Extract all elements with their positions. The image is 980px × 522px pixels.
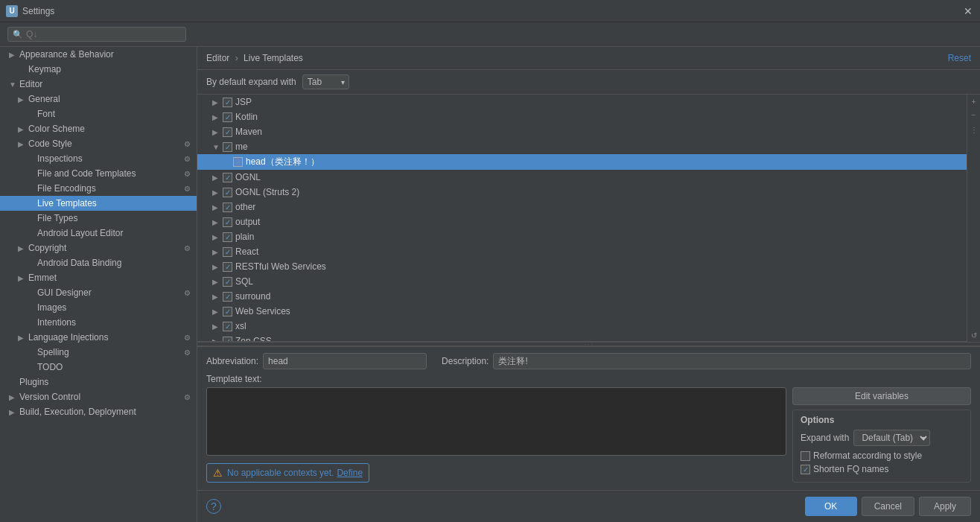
ok-button[interactable]: OK (805, 497, 857, 516)
group-checkbox-jsp[interactable] (223, 98, 232, 107)
sidebar-item-editor[interactable]: ▼ Editor (0, 77, 197, 92)
sidebar-item-code-style[interactable]: ▶ Code Style ⚙ (0, 136, 197, 151)
template-list: ▶ JSP ▶ Kotlin ▶ Maven (197, 95, 967, 342)
template-group-ognl[interactable]: ▶ OGNL (197, 170, 967, 185)
undo-button[interactable]: ↺ (967, 328, 981, 342)
group-label: SQL (235, 276, 253, 287)
sidebar-item-label: File and Code Templates (37, 168, 136, 179)
sidebar-item-file-types[interactable]: File Types (0, 211, 197, 226)
sidebar-item-label: Editor (19, 79, 42, 89)
sidebar-item-file-encodings[interactable]: File Encodings ⚙ (0, 181, 197, 196)
template-group-maven[interactable]: ▶ Maven (197, 124, 967, 139)
scroll-down-button[interactable]: − (967, 108, 981, 121)
description-input[interactable] (493, 353, 971, 369)
warning-define-link[interactable]: Define (337, 468, 363, 478)
group-checkbox-output[interactable] (223, 217, 232, 227)
sidebar-item-label: Intentions (37, 317, 76, 328)
sidebar-item-intentions[interactable]: Intentions (0, 315, 197, 330)
sidebar-item-spelling[interactable]: Spelling ⚙ (0, 345, 197, 360)
group-checkbox-surround[interactable] (223, 292, 232, 302)
group-checkbox-other[interactable] (223, 203, 232, 212)
template-item-head[interactable]: head（类注释！） (197, 154, 967, 170)
group-checkbox-me[interactable] (223, 142, 232, 152)
sidebar-item-emmet[interactable]: ▶ Emmet (0, 270, 197, 285)
sidebar-item-keymap[interactable]: Keymap (0, 62, 197, 77)
template-group-sql[interactable]: ▶ SQL (197, 274, 967, 289)
expand-with-select-wrapper: Default (Tab) Tab Enter Space (853, 430, 930, 446)
group-checkbox-zen-css[interactable] (223, 337, 232, 343)
template-group-zen-css[interactable]: ▶ Zen CSS (197, 334, 967, 342)
sidebar-item-android-data[interactable]: Android Data Binding (0, 255, 197, 270)
close-button[interactable]: ✕ (962, 5, 974, 17)
settings-icon: ⚙ (184, 289, 191, 297)
template-group-react[interactable]: ▶ React (197, 244, 967, 259)
group-checkbox-ognl[interactable] (223, 173, 232, 182)
expand-option-row: Expand with Default (Tab) Tab Enter Spac… (801, 430, 963, 446)
template-group-kotlin[interactable]: ▶ Kotlin (197, 109, 967, 124)
scroll-up-button[interactable]: + (967, 95, 981, 108)
abbreviation-input[interactable] (263, 353, 427, 369)
item-checkbox-head[interactable] (233, 157, 243, 167)
template-group-other[interactable]: ▶ other (197, 200, 967, 214)
arrow-icon: ▶ (212, 293, 223, 301)
sidebar-item-images[interactable]: Images (0, 300, 197, 315)
template-editor[interactable] (206, 387, 786, 456)
search-box[interactable]: 🔍 (7, 27, 186, 42)
sidebar-item-appearance[interactable]: ▶ Appearance & Behavior (0, 47, 197, 62)
template-group-plain[interactable]: ▶ plain (197, 229, 967, 244)
search-input[interactable] (26, 29, 175, 39)
sidebar-item-live-templates[interactable]: Live Templates (0, 196, 197, 211)
group-checkbox-web-services[interactable] (223, 307, 232, 316)
sidebar-item-file-code-templates[interactable]: File and Code Templates ⚙ (0, 166, 197, 181)
sidebar-item-color-scheme[interactable]: ▶ Color Scheme (0, 121, 197, 136)
cancel-button[interactable]: Cancel (862, 497, 914, 516)
template-group-jsp[interactable]: ▶ JSP (197, 95, 967, 109)
group-checkbox-restful[interactable] (223, 262, 232, 272)
sidebar-item-label: Language Injections (28, 332, 108, 343)
template-group-web-services[interactable]: ▶ Web Services (197, 304, 967, 319)
arrow-icon: ▶ (212, 263, 223, 271)
template-group-ognl-struts[interactable]: ▶ OGNL (Struts 2) (197, 185, 967, 200)
group-checkbox-ognl-struts[interactable] (223, 188, 232, 197)
group-checkbox-react[interactable] (223, 247, 232, 257)
expand-with-select[interactable]: Default (Tab) Tab Enter Space (853, 430, 930, 446)
breadcrumb-editor: Editor (206, 53, 229, 63)
group-checkbox-plain[interactable] (223, 232, 232, 242)
scrollbar-panel: + − ⋮ ↺ (967, 95, 980, 342)
sidebar-item-build[interactable]: ▶ Build, Execution, Deployment (0, 404, 197, 419)
sidebar-item-version-control[interactable]: ▶ Version Control ⚙ (0, 389, 197, 404)
sidebar-item-label: Android Layout Editor (37, 228, 123, 238)
template-group-me[interactable]: ▼ me (197, 139, 967, 154)
group-checkbox-maven[interactable] (223, 127, 232, 137)
sidebar-item-android-layout[interactable]: Android Layout Editor (0, 226, 197, 241)
sidebar-item-copyright[interactable]: ▶ Copyright ⚙ (0, 241, 197, 255)
group-checkbox-sql[interactable] (223, 277, 232, 287)
help-button[interactable]: ? (206, 499, 221, 514)
reset-button[interactable]: Reset (948, 53, 971, 63)
reformat-checkbox[interactable] (801, 451, 810, 461)
expand-select[interactable]: Tab Enter Space (302, 74, 349, 89)
sidebar-item-general[interactable]: ▶ General (0, 92, 197, 106)
shorten-checkbox[interactable] (801, 465, 810, 474)
arrow-icon: ▶ (9, 408, 19, 416)
arrow-icon: ▶ (18, 140, 28, 148)
sidebar-item-gui-designer[interactable]: GUI Designer ⚙ (0, 285, 197, 300)
group-label: OGNL (235, 172, 261, 182)
settings-icon: ⚙ (184, 170, 191, 178)
warning-box: ⚠ No applicable contexts yet. Define (206, 463, 369, 483)
apply-button[interactable]: Apply (919, 497, 971, 516)
template-group-output[interactable]: ▶ output (197, 214, 967, 229)
template-group-surround[interactable]: ▶ surround (197, 289, 967, 304)
expand-label: By default expand with (206, 77, 296, 87)
group-checkbox-kotlin[interactable] (223, 112, 232, 122)
sidebar-item-inspections[interactable]: Inspections ⚙ (0, 151, 197, 166)
sidebar-item-plugins[interactable]: Plugins (0, 375, 197, 389)
template-group-restful[interactable]: ▶ RESTful Web Services (197, 259, 967, 274)
settings-scroll-icon[interactable]: ⋮ (967, 123, 981, 136)
edit-variables-button[interactable]: Edit variables (792, 387, 971, 405)
template-group-xsl[interactable]: ▶ xsl (197, 319, 967, 334)
group-checkbox-xsl[interactable] (223, 322, 232, 331)
sidebar-item-language-injections[interactable]: ▶ Language Injections ⚙ (0, 330, 197, 345)
sidebar-item-todo[interactable]: TODO (0, 360, 197, 375)
sidebar-item-font[interactable]: Font (0, 106, 197, 121)
